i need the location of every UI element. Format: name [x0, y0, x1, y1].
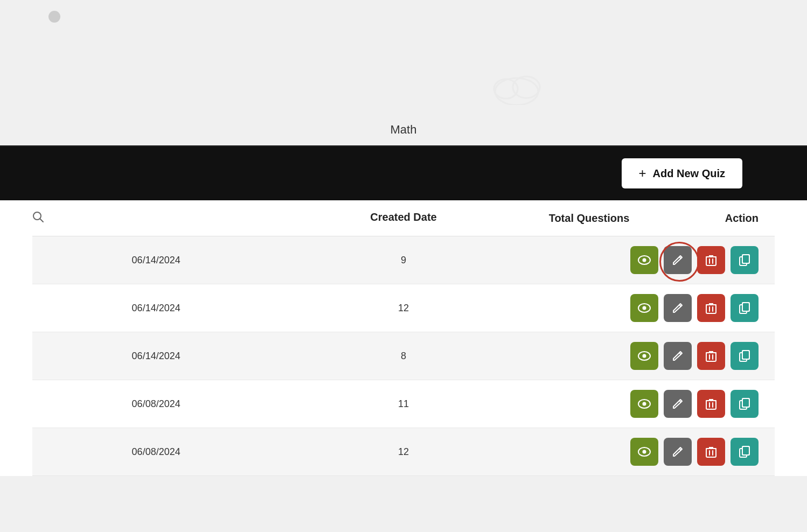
cell-actions: [630, 342, 775, 370]
delete-button[interactable]: [697, 294, 725, 322]
table-row: 06/14/20248: [32, 332, 775, 380]
svg-point-14: [643, 306, 646, 310]
svg-point-6: [643, 258, 646, 262]
svg-rect-35: [742, 398, 749, 407]
view-button[interactable]: [630, 342, 658, 370]
svg-line-4: [40, 219, 43, 222]
table-body: 06/14/2024906/14/20241206/14/2024806/08/…: [32, 236, 775, 476]
cloud-decoration: [490, 65, 544, 107]
cell-questions: 11: [280, 398, 527, 410]
delete-button[interactable]: [697, 342, 725, 370]
svg-rect-27: [742, 351, 749, 359]
svg-rect-11: [742, 255, 749, 263]
toolbar: + Add New Quiz: [0, 146, 807, 200]
edit-button[interactable]: [664, 294, 692, 322]
cell-actions: [630, 294, 775, 322]
svg-rect-19: [742, 303, 749, 311]
view-button[interactable]: [630, 438, 658, 466]
quiz-table: Created Date Total Questions Action 06/1…: [0, 200, 807, 476]
cell-questions: 9: [280, 255, 527, 266]
delete-button[interactable]: [697, 246, 725, 274]
svg-rect-23: [706, 353, 716, 361]
cell-date: 06/14/2024: [32, 255, 280, 266]
view-button[interactable]: [630, 246, 658, 274]
cell-date: 06/14/2024: [32, 303, 280, 314]
add-quiz-button[interactable]: + Add New Quiz: [622, 158, 742, 188]
table-row: 06/14/202412: [32, 284, 775, 332]
cell-actions: [630, 246, 775, 274]
copy-button[interactable]: [731, 294, 759, 322]
cell-date: 06/08/2024: [32, 398, 280, 410]
edit-button[interactable]: [664, 390, 692, 418]
cell-questions: 12: [280, 446, 527, 458]
total-questions-header: Total Questions: [527, 212, 651, 225]
view-button[interactable]: [630, 390, 658, 418]
search-area: [32, 211, 280, 225]
view-button[interactable]: [630, 294, 658, 322]
edit-button[interactable]: [664, 438, 692, 466]
table-row: 06/14/20249: [32, 236, 775, 284]
cell-date: 06/14/2024: [32, 351, 280, 362]
cell-actions: [630, 390, 775, 418]
table-row: 06/08/202411: [32, 380, 775, 428]
copy-button[interactable]: [731, 438, 759, 466]
copy-button[interactable]: [731, 342, 759, 370]
decorative-circle: [48, 11, 60, 23]
cell-questions: 8: [280, 351, 527, 362]
edit-button[interactable]: [664, 246, 692, 274]
copy-button[interactable]: [731, 390, 759, 418]
delete-button[interactable]: [697, 390, 725, 418]
subject-title: Math: [391, 123, 417, 137]
cell-questions: 12: [280, 303, 527, 314]
delete-button[interactable]: [697, 438, 725, 466]
svg-rect-39: [706, 449, 716, 457]
search-icon: [32, 211, 44, 225]
table-row: 06/08/202412: [32, 428, 775, 476]
cell-date: 06/08/2024: [32, 446, 280, 458]
svg-point-38: [643, 450, 646, 454]
add-quiz-label: Add New Quiz: [653, 167, 725, 180]
svg-point-30: [643, 402, 646, 406]
cell-actions: [630, 438, 775, 466]
svg-rect-15: [706, 305, 716, 313]
created-date-header: Created Date: [280, 211, 527, 225]
svg-rect-7: [706, 257, 716, 265]
edit-button[interactable]: [664, 342, 692, 370]
action-header: Action: [651, 212, 775, 225]
table-header: Created Date Total Questions Action: [32, 200, 775, 236]
svg-rect-31: [706, 401, 716, 409]
copy-button[interactable]: [731, 246, 759, 274]
svg-point-22: [643, 354, 646, 358]
plus-icon: +: [639, 166, 646, 181]
svg-rect-43: [742, 446, 749, 455]
